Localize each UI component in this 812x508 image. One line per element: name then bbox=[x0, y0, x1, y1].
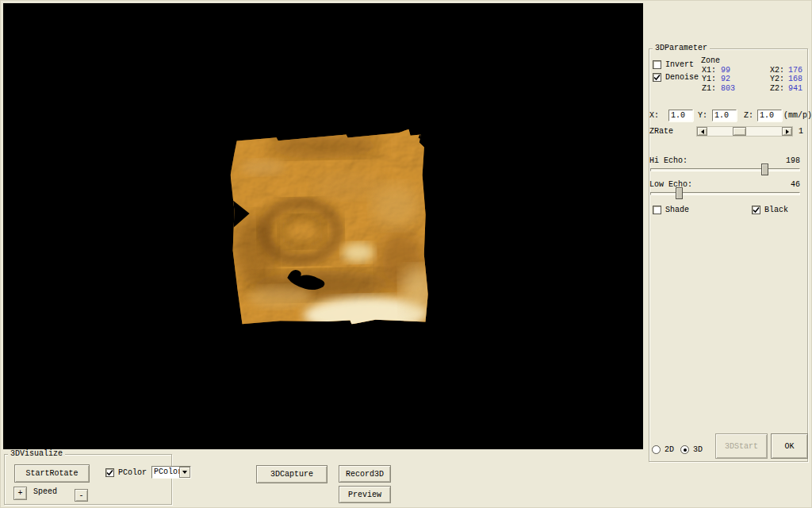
chevron-down-icon bbox=[182, 471, 187, 476]
scale-z-input[interactable] bbox=[757, 110, 782, 121]
record3d-button[interactable]: Record3D bbox=[339, 465, 391, 483]
zrate-scroll-left-button[interactable] bbox=[697, 127, 707, 136]
low-echo-thumb[interactable] bbox=[676, 187, 683, 199]
hi-echo-thumb[interactable] bbox=[761, 164, 768, 175]
scale-z-label: Z: bbox=[744, 111, 753, 121]
scale-y-input[interactable] bbox=[712, 110, 737, 121]
zone-row-label: Z2: bbox=[770, 84, 784, 94]
check-icon bbox=[106, 469, 113, 476]
3d-render[interactable] bbox=[228, 127, 429, 328]
zrate-scroll-right-button[interactable] bbox=[782, 127, 792, 136]
pcolor-dropdown[interactable]: PColor bbox=[151, 466, 191, 479]
zone-row-value: 941 bbox=[788, 84, 802, 94]
shade-checkbox[interactable] bbox=[653, 206, 661, 214]
zrate-scroll-thumb[interactable] bbox=[733, 127, 746, 136]
black-checkbox[interactable] bbox=[752, 206, 760, 214]
mode-2d-label: 2D bbox=[665, 445, 674, 455]
scale-y-label: Y: bbox=[698, 111, 707, 121]
pcolor-dropdown-button[interactable] bbox=[179, 467, 190, 478]
denoise-checkbox[interactable] bbox=[653, 73, 661, 82]
denoise-label: Denoise bbox=[665, 73, 699, 83]
invert-label: Invert bbox=[665, 60, 694, 70]
app-window: 3DParameter Invert Denoise Zone X1: 99 X… bbox=[0, 0, 812, 508]
hi-echo-value: 198 bbox=[770, 156, 800, 166]
parameter-group-title: 3DParameter bbox=[653, 44, 710, 53]
3d-viewport[interactable] bbox=[3, 3, 643, 449]
scale-unit-label: (mm/p) bbox=[783, 111, 812, 121]
3dcapture-button[interactable]: 3DCapture bbox=[256, 465, 327, 483]
ok-button[interactable]: OK bbox=[771, 433, 808, 459]
radio-dot-icon bbox=[684, 448, 687, 452]
start-rotate-button[interactable]: StartRotate bbox=[14, 464, 90, 483]
3d-render-image bbox=[228, 127, 429, 328]
arrow-left-icon bbox=[699, 129, 704, 134]
invert-checkbox[interactable] bbox=[653, 60, 661, 69]
zrate-scrollbar[interactable] bbox=[696, 126, 793, 137]
check-icon bbox=[753, 206, 760, 214]
zone-row-value: 168 bbox=[788, 75, 802, 84]
zone-row-value: 92 bbox=[721, 75, 730, 84]
speed-label: Speed bbox=[33, 487, 57, 497]
check-icon bbox=[653, 74, 661, 81]
arrow-right-icon bbox=[786, 129, 791, 134]
zone-title: Zone bbox=[701, 56, 720, 66]
zrate-label: ZRate bbox=[649, 127, 673, 137]
mode-3d-radio[interactable] bbox=[680, 445, 689, 454]
visualize-group-title: 3DVisualize bbox=[8, 449, 65, 459]
zone-row-label: Y2: bbox=[770, 75, 784, 84]
low-echo-value: 46 bbox=[770, 180, 800, 190]
zone-row-label: Z1: bbox=[702, 84, 716, 94]
low-echo-slider-track[interactable] bbox=[650, 192, 800, 195]
mode-2d-radio[interactable] bbox=[652, 445, 661, 454]
3dstart-button[interactable]: 3DStart bbox=[715, 433, 768, 459]
black-label: Black bbox=[764, 206, 788, 215]
mode-3d-label: 3D bbox=[693, 445, 703, 455]
hi-echo-label: Hi Echo: bbox=[649, 156, 688, 166]
speed-plus-button[interactable]: + bbox=[13, 487, 27, 500]
zone-row-label: Y1: bbox=[702, 75, 716, 84]
pcolor-checkbox[interactable] bbox=[105, 468, 114, 477]
scale-x-input[interactable] bbox=[668, 110, 693, 121]
scale-x-label: X: bbox=[649, 111, 659, 121]
shade-label: Shade bbox=[665, 206, 689, 215]
hi-echo-slider-track[interactable] bbox=[650, 168, 800, 171]
pcolor-dropdown-value: PColor bbox=[154, 468, 182, 477]
speed-minus-button[interactable]: - bbox=[75, 489, 88, 502]
zone-row-value: 803 bbox=[721, 84, 735, 94]
zrate-value: 1 bbox=[799, 127, 803, 137]
pcolor-label: PColor bbox=[118, 468, 147, 478]
low-echo-label: Low Echo: bbox=[649, 180, 692, 190]
preview-button[interactable]: Preview bbox=[339, 486, 391, 503]
